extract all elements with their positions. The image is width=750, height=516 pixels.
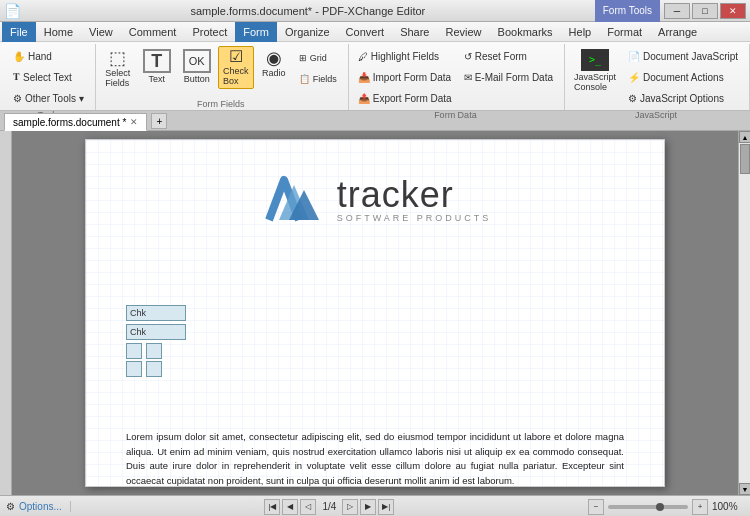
close-button[interactable]: ✕ <box>720 3 746 19</box>
js-options-button[interactable]: ⚙ JavaScript Options <box>623 88 743 108</box>
menu-share[interactable]: Share <box>392 22 437 42</box>
menu-comment[interactable]: Comment <box>121 22 185 42</box>
export-icon: 📤 <box>358 93 370 104</box>
right-scrollbar[interactable]: ▲ ▼ <box>738 131 750 495</box>
menu-file[interactable]: File <box>2 22 36 42</box>
fields-label: Fields <box>313 74 337 84</box>
text-field-icon: T <box>143 49 171 73</box>
ribbon-group-form-data: 🖊 Highlight Fields 📥 Import Form Data 📤 … <box>349 44 565 110</box>
options-area: ⚙ Options... <box>6 501 71 512</box>
prev-button-2[interactable]: ◁ <box>300 499 316 515</box>
form-data-group-label: Form Data <box>353 110 558 121</box>
radio-label: Radio <box>262 68 286 78</box>
document-actions-button[interactable]: ⚡ Document Actions <box>623 67 743 87</box>
checkbox-field-1[interactable]: Chk <box>126 305 186 321</box>
js-console-label: JavaScriptConsole <box>574 72 616 92</box>
zoom-out-button[interactable]: − <box>588 499 604 515</box>
ribbon-group-tools: ✋ Hand 𝐓 Select Text ⚙ Other Tools ▾ Too… <box>4 44 96 110</box>
import-label: Import Form Data <box>373 72 451 83</box>
select-fields-button[interactable]: ⬚ SelectFields <box>100 46 136 91</box>
next-button-2[interactable]: ▷ <box>342 499 358 515</box>
email-icon: ✉ <box>464 72 472 83</box>
import-form-data-button[interactable]: 📥 Import Form Data <box>353 67 457 87</box>
hand-label: Hand <box>28 51 52 62</box>
select-fields-icon: ⬚ <box>109 49 126 67</box>
menu-review[interactable]: Review <box>437 22 489 42</box>
form-fields-group-label: Form Fields <box>100 99 342 110</box>
page-info: 1/4 <box>318 501 340 512</box>
grid-button[interactable]: ⊞ Grid <box>294 48 342 68</box>
first-page-button[interactable]: |◀ <box>264 499 280 515</box>
document-js-button[interactable]: 📄 Document JavaScript <box>623 46 743 66</box>
checkbox-grid[interactable] <box>126 343 164 377</box>
tracker-logo-svg <box>259 170 329 230</box>
checkbox-button[interactable]: ☑ CheckBox <box>218 46 254 89</box>
prev-page-button[interactable]: ◀ <box>282 499 298 515</box>
js-options-label: JavaScript Options <box>640 93 724 104</box>
zoom-in-button[interactable]: + <box>692 499 708 515</box>
highlight-fields-button[interactable]: 🖊 Highlight Fields <box>353 46 457 66</box>
menu-help[interactable]: Help <box>561 22 600 42</box>
company-subtitle: SOFTWARE PRODUCTS <box>337 213 492 223</box>
grid-cell-1[interactable] <box>126 343 142 359</box>
grid-cell-4[interactable] <box>146 361 162 377</box>
text-field-label: Text <box>148 74 165 84</box>
ribbon-group-form-fields: ⬚ SelectFields T Text OK Button ☑ CheckB… <box>96 44 349 110</box>
pdf-page: tracker SOFTWARE PRODUCTS Chk Chk <box>85 139 665 487</box>
menu-home[interactable]: Home <box>36 22 81 42</box>
menu-convert[interactable]: Convert <box>338 22 393 42</box>
menu-form[interactable]: Form <box>235 22 277 42</box>
zoom-level: 100% <box>712 501 744 512</box>
hand-tool-button[interactable]: ✋ Hand <box>8 46 89 66</box>
scroll-down-button[interactable]: ▼ <box>739 483 750 495</box>
zoom-thumb[interactable] <box>656 503 664 511</box>
status-bar: ⚙ Options... |◀ ◀ ◁ 1/4 ▷ ▶ ▶| − + 100% <box>0 495 750 516</box>
form-tools-badge: Form Tools <box>595 0 660 22</box>
button-field-button[interactable]: OK Button <box>178 46 216 87</box>
left-scrollbar <box>0 131 12 495</box>
document-actions-icon: ⚡ <box>628 72 640 83</box>
maximize-button[interactable]: □ <box>692 3 718 19</box>
title-bar-left: 📄 <box>4 3 21 19</box>
scroll-up-button[interactable]: ▲ <box>739 131 750 143</box>
menu-arrange[interactable]: Arrange <box>650 22 705 42</box>
scroll-track <box>739 143 750 483</box>
scroll-thumb[interactable] <box>740 144 750 174</box>
reset-form-button[interactable]: ↺ Reset Form <box>459 46 558 66</box>
menu-format[interactable]: Format <box>599 22 650 42</box>
select-text-button[interactable]: 𝐓 Select Text <box>8 67 89 87</box>
js-options-icon: ⚙ <box>628 93 637 104</box>
text-field-button[interactable]: T Text <box>138 46 176 87</box>
checkbox-field-2[interactable]: Chk <box>126 324 186 340</box>
document-tab[interactable]: sample.forms.document * ✕ <box>4 113 147 131</box>
doc-tab-close[interactable]: ✕ <box>130 117 138 127</box>
last-page-button[interactable]: ▶| <box>378 499 394 515</box>
js-console-button[interactable]: >_ JavaScriptConsole <box>569 46 621 95</box>
options-label[interactable]: Options... <box>19 501 62 512</box>
menu-bookmarks[interactable]: Bookmarks <box>490 22 561 42</box>
next-page-button[interactable]: ▶ <box>360 499 376 515</box>
radio-button[interactable]: ◉ Radio <box>256 46 292 81</box>
menu-view[interactable]: View <box>81 22 121 42</box>
email-form-button[interactable]: ✉ E-Mail Form Data <box>459 67 558 87</box>
doc-tab-label: sample.forms.document * <box>13 117 126 128</box>
document-js-label: Document JavaScript <box>643 51 738 62</box>
tracker-text: tracker SOFTWARE PRODUCTS <box>337 177 492 223</box>
export-form-data-button[interactable]: 📤 Export Form Data <box>353 88 457 108</box>
fields-button[interactable]: 📋 Fields <box>294 69 342 89</box>
zoom-slider[interactable] <box>608 505 688 509</box>
grid-cell-3[interactable] <box>126 361 142 377</box>
menu-protect[interactable]: Protect <box>184 22 235 42</box>
minimize-button[interactable]: ─ <box>664 3 690 19</box>
select-text-label: Select Text <box>23 72 72 83</box>
tools-group-content: ✋ Hand 𝐓 Select Text ⚙ Other Tools ▾ <box>8 46 89 108</box>
grid-icon: ⊞ <box>299 53 307 63</box>
company-name: tracker <box>337 177 492 213</box>
new-tab-button[interactable]: + <box>151 113 167 129</box>
form-fields-area: Chk Chk <box>126 305 186 377</box>
grid-cell-2[interactable] <box>146 343 162 359</box>
document-viewport[interactable]: tracker SOFTWARE PRODUCTS Chk Chk <box>12 131 738 495</box>
menu-organize[interactable]: Organize <box>277 22 338 42</box>
other-tools-button[interactable]: ⚙ Other Tools ▾ <box>8 88 89 108</box>
options-icon: ⚙ <box>6 501 15 512</box>
